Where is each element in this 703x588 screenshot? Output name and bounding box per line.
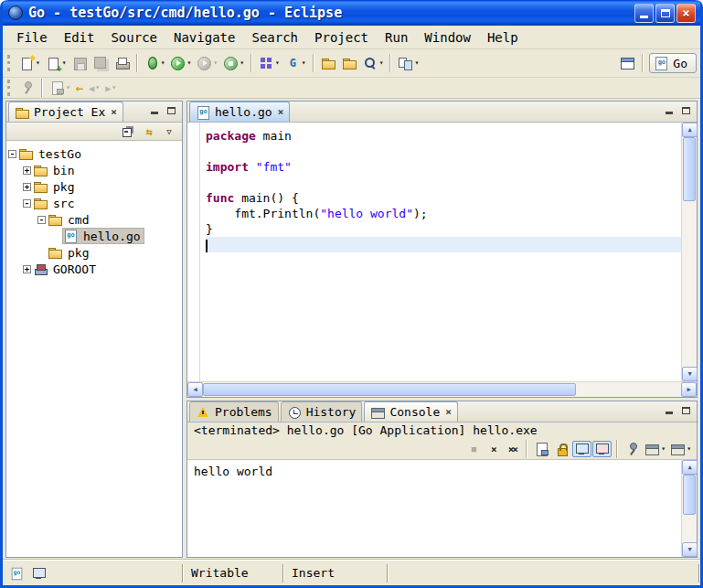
close-tab-icon[interactable]: × bbox=[445, 407, 452, 417]
minimize-view-button[interactable] bbox=[660, 104, 677, 120]
tab-hello-go[interactable]: go hello.go × bbox=[189, 102, 290, 122]
scroll-up-button[interactable]: ▲ bbox=[682, 123, 698, 137]
clear-console-button[interactable] bbox=[532, 441, 551, 457]
minimize-view-button[interactable] bbox=[660, 404, 677, 420]
pin-console-button[interactable] bbox=[623, 441, 642, 457]
new-go-element-button[interactable]: ▾ bbox=[43, 52, 69, 74]
show-view-trim-button[interactable] bbox=[29, 565, 48, 582]
maximize-view-button[interactable] bbox=[677, 404, 695, 420]
profile-button[interactable]: ▾ bbox=[194, 52, 220, 74]
menu-help[interactable]: Help bbox=[479, 28, 527, 47]
tree-item-goroot[interactable]: + GOROOT bbox=[6, 261, 182, 277]
print-button[interactable] bbox=[112, 52, 133, 74]
dropdown-arrow-icon[interactable]: ▾ bbox=[302, 59, 306, 67]
save-all-button[interactable] bbox=[91, 52, 112, 74]
menu-edit[interactable]: Edit bbox=[56, 28, 103, 47]
dropdown-arrow-icon[interactable]: ▾ bbox=[62, 59, 67, 67]
menu-search[interactable]: Search bbox=[243, 28, 306, 47]
open-folder-2-button[interactable] bbox=[339, 52, 360, 74]
dropdown-arrow-icon[interactable]: ▾ bbox=[112, 84, 116, 91]
annotation-ruler[interactable] bbox=[187, 123, 200, 381]
toolbar-drag-handle[interactable] bbox=[7, 55, 12, 71]
team-button[interactable]: ▾ bbox=[395, 52, 421, 74]
maximize-button[interactable] bbox=[655, 4, 675, 23]
tab-history[interactable]: History bbox=[281, 401, 363, 422]
scrollbar-track[interactable] bbox=[682, 137, 697, 367]
link-with-editor-button[interactable]: ⇆ bbox=[140, 123, 158, 140]
tree-item-hello-go[interactable]: go hello.go bbox=[6, 228, 182, 244]
minimize-button[interactable] bbox=[634, 4, 654, 23]
scroll-right-button[interactable]: ▶ bbox=[681, 382, 697, 397]
open-console-button[interactable]: ▾ bbox=[668, 441, 693, 457]
dropdown-arrow-icon[interactable]: ▾ bbox=[36, 59, 40, 67]
maximize-view-button[interactable] bbox=[677, 104, 695, 120]
tab-problems[interactable]: Problems bbox=[189, 401, 279, 422]
dropdown-arrow-icon[interactable]: ▾ bbox=[240, 59, 244, 67]
scroll-lock-button[interactable] bbox=[552, 441, 571, 457]
scroll-up-button[interactable]: ▲ bbox=[682, 460, 698, 475]
open-folder-button[interactable] bbox=[318, 52, 339, 74]
minimize-view-button[interactable] bbox=[145, 104, 163, 120]
save-button[interactable] bbox=[69, 52, 91, 74]
dropdown-arrow-icon[interactable]: ▾ bbox=[95, 84, 100, 91]
pin-editor-button[interactable] bbox=[16, 77, 37, 99]
debug-button[interactable]: ▾ bbox=[142, 52, 168, 74]
menu-project[interactable]: Project bbox=[306, 28, 377, 47]
run-button[interactable]: ▾ bbox=[167, 52, 194, 74]
close-button[interactable]: × bbox=[676, 4, 696, 23]
dropdown-arrow-icon[interactable]: ▾ bbox=[66, 84, 70, 91]
close-view-icon[interactable]: × bbox=[111, 107, 117, 117]
view-menu-button[interactable]: ▽ bbox=[160, 123, 178, 140]
search-button[interactable]: ▾ bbox=[360, 52, 387, 74]
external-tools-button[interactable]: ▾ bbox=[220, 52, 247, 74]
scrollbar-track[interactable] bbox=[682, 475, 697, 542]
fast-view-button[interactable]: go bbox=[7, 565, 27, 582]
dropdown-arrow-icon[interactable]: ▾ bbox=[275, 59, 280, 67]
menu-navigate[interactable]: Navigate bbox=[165, 28, 243, 47]
tree-item-bin[interactable]: + bin bbox=[6, 162, 182, 178]
new-go-app-button[interactable]: ▾ bbox=[256, 52, 282, 74]
console-output[interactable]: hello world bbox=[187, 460, 681, 557]
back-to-file-button[interactable]: ← bbox=[73, 77, 86, 99]
terminate-button[interactable]: ■ bbox=[464, 441, 483, 457]
show-stderr-toggle[interactable] bbox=[592, 441, 612, 457]
remove-all-launches-button[interactable]: ×× bbox=[503, 441, 521, 457]
open-perspective-button[interactable] bbox=[617, 52, 638, 74]
dropdown-arrow-icon[interactable]: ▾ bbox=[161, 59, 165, 67]
title-bar[interactable]: Go - testGo/src/cmd/hello.go - Eclipse × bbox=[3, 0, 700, 26]
editor-vertical-scrollbar[interactable]: ▲ ▼ bbox=[681, 123, 697, 381]
tab-project-explorer[interactable]: Project Ex × bbox=[8, 102, 123, 122]
collapse-all-button[interactable] bbox=[119, 123, 138, 140]
menu-window[interactable]: Window bbox=[416, 28, 479, 47]
scroll-down-button[interactable]: ▼ bbox=[682, 367, 698, 381]
scroll-left-button[interactable]: ◀ bbox=[187, 382, 203, 397]
dropdown-arrow-icon[interactable]: ▾ bbox=[687, 445, 691, 453]
dropdown-arrow-icon[interactable]: ▾ bbox=[186, 59, 191, 67]
tab-console[interactable]: Console × bbox=[364, 401, 457, 422]
scrollbar-track[interactable] bbox=[203, 382, 681, 397]
scrollbar-thumb[interactable] bbox=[203, 383, 576, 396]
expander-collapse-icon[interactable]: - bbox=[23, 199, 31, 208]
editor-horizontal-scrollbar[interactable]: ◀ ▶ bbox=[187, 381, 697, 397]
last-edit-location-button[interactable]: ▾ bbox=[47, 77, 73, 99]
maximize-view-button[interactable] bbox=[163, 104, 180, 120]
scrollbar-thumb[interactable] bbox=[683, 475, 696, 515]
tree-item-src[interactable]: - src bbox=[6, 195, 182, 211]
toolbar-drag-handle[interactable] bbox=[7, 80, 12, 96]
menu-file[interactable]: File bbox=[8, 28, 56, 47]
expander-expand-icon[interactable]: + bbox=[23, 183, 31, 191]
dropdown-arrow-icon[interactable]: ▾ bbox=[379, 59, 384, 67]
go-build-button[interactable]: G▾ bbox=[282, 52, 309, 74]
expander-expand-icon[interactable]: + bbox=[23, 166, 31, 175]
menu-source[interactable]: Source bbox=[102, 28, 165, 47]
dropdown-arrow-icon[interactable]: ▾ bbox=[414, 59, 419, 67]
console-vertical-scrollbar[interactable]: ▲ ▼ bbox=[681, 460, 697, 557]
new-wizard-button[interactable]: ▾ bbox=[16, 52, 43, 74]
menu-run[interactable]: Run bbox=[377, 28, 416, 47]
go-perspective-button[interactable]: go Go bbox=[649, 53, 697, 73]
code-area[interactable]: package main import "fmt" func main() { … bbox=[200, 123, 681, 381]
tree-item-pkg-2[interactable]: pkg bbox=[6, 244, 182, 261]
expander-expand-icon[interactable]: + bbox=[23, 265, 31, 273]
close-tab-icon[interactable]: × bbox=[278, 107, 284, 117]
scroll-down-button[interactable]: ▼ bbox=[682, 542, 698, 557]
